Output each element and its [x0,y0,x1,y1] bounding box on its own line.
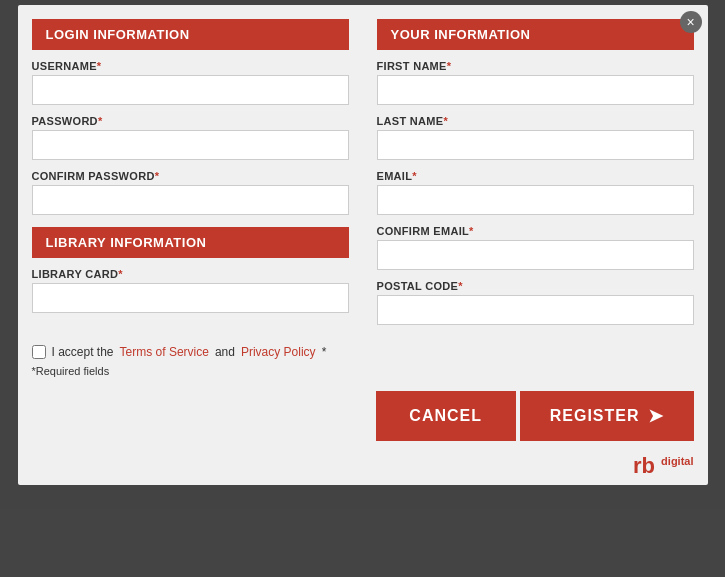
library-card-required: * [118,268,123,280]
confirm-email-label: CONFIRM EMAIL* [377,225,694,237]
username-required: * [97,60,102,72]
rb-logo-area: rb digital [18,453,708,485]
confirm-password-label: CONFIRM PASSWORD* [32,170,349,182]
library-card-field-group: LIBRARY CARD* [32,268,349,313]
username-label: USERNAME* [32,60,349,72]
postal-code-required: * [458,280,463,292]
register-label: REGISTER [550,407,640,425]
library-section: LIBRARY INFORMATION LIBRARY CARD* [32,227,349,313]
right-column: YOUR INFORMATION FIRST NAME* LAST NAME* [363,19,694,335]
privacy-policy-link[interactable]: Privacy Policy [241,345,316,359]
terms-text-2: and [215,345,235,359]
modal-body: LOGIN INFORMATION USERNAME* PASSWORD* C [18,5,708,345]
terms-checkbox[interactable] [32,345,46,359]
confirm-password-required: * [155,170,160,182]
postal-code-field-group: POSTAL CODE* [377,280,694,325]
left-column: LOGIN INFORMATION USERNAME* PASSWORD* C [32,19,363,335]
username-field-group: USERNAME* [32,60,349,105]
confirm-email-input[interactable] [377,240,694,270]
rb-digital-logo: rb digital [633,453,694,479]
your-info-section-header: YOUR INFORMATION [377,19,694,50]
terms-text-1: I accept the [52,345,114,359]
email-field-group: EMAIL* [377,170,694,215]
username-input[interactable] [32,75,349,105]
footer-buttons: CANCEL REGISTER ➤ [18,385,708,453]
login-section-header: LOGIN INFORMATION [32,19,349,50]
terms-row: I accept the Terms of Service and Privac… [18,345,708,359]
terms-required-star: * [322,345,327,359]
modal-overlay: × LOGIN INFORMATION USERNAME* PASSWORD* [0,0,725,577]
confirm-email-required: * [469,225,474,237]
password-required: * [98,115,103,127]
postal-code-input[interactable] [377,295,694,325]
library-card-label: LIBRARY CARD* [32,268,349,280]
last-name-required: * [443,115,448,127]
first-name-required: * [447,60,452,72]
postal-code-label: POSTAL CODE* [377,280,694,292]
last-name-label: LAST NAME* [377,115,694,127]
last-name-input[interactable] [377,130,694,160]
terms-of-service-link[interactable]: Terms of Service [120,345,209,359]
required-fields-note: *Required fields [18,365,708,377]
first-name-field-group: FIRST NAME* [377,60,694,105]
close-button[interactable]: × [680,11,702,33]
last-name-field-group: LAST NAME* [377,115,694,160]
email-required: * [412,170,417,182]
first-name-input[interactable] [377,75,694,105]
register-button[interactable]: REGISTER ➤ [520,391,694,441]
password-label: PASSWORD* [32,115,349,127]
email-label: EMAIL* [377,170,694,182]
cancel-button[interactable]: CANCEL [376,391,516,441]
confirm-email-field-group: CONFIRM EMAIL* [377,225,694,270]
first-name-label: FIRST NAME* [377,60,694,72]
password-input[interactable] [32,130,349,160]
confirm-password-input[interactable] [32,185,349,215]
library-card-input[interactable] [32,283,349,313]
confirm-password-field-group: CONFIRM PASSWORD* [32,170,349,215]
email-input[interactable] [377,185,694,215]
register-arrow-icon: ➤ [648,405,664,427]
library-section-header: LIBRARY INFORMATION [32,227,349,258]
registration-modal: × LOGIN INFORMATION USERNAME* PASSWORD* [18,5,708,485]
password-field-group: PASSWORD* [32,115,349,160]
